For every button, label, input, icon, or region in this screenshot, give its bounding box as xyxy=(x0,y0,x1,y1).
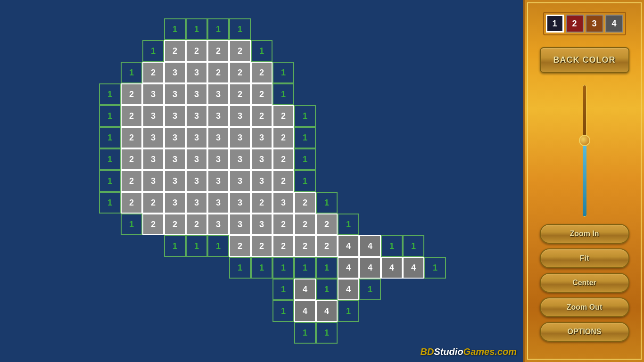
color-button-1[interactable]: 1 xyxy=(546,15,564,33)
cell[interactable]: 1 xyxy=(338,214,359,235)
cell[interactable]: 1 xyxy=(121,214,142,235)
zoom-slider[interactable] xyxy=(578,85,592,217)
cell[interactable]: 2 xyxy=(164,214,186,235)
cell[interactable]: 3 xyxy=(164,170,186,192)
cell[interactable]: 3 xyxy=(186,62,207,83)
color-button-2[interactable]: 2 xyxy=(566,15,584,33)
color-selector[interactable]: 1 2 3 4 xyxy=(543,12,626,35)
cell[interactable]: 4 xyxy=(338,235,359,257)
cell[interactable]: 3 xyxy=(251,170,272,192)
cell[interactable]: 3 xyxy=(142,83,164,105)
color-button-4[interactable]: 4 xyxy=(605,15,623,33)
cell[interactable]: 2 xyxy=(207,62,229,83)
cell[interactable]: 2 xyxy=(121,170,142,192)
cell[interactable]: 1 xyxy=(251,257,272,279)
cell[interactable]: 4 xyxy=(294,279,316,300)
cell[interactable]: 1 xyxy=(316,279,338,300)
cell[interactable]: 3 xyxy=(164,192,186,214)
cell[interactable]: 1 xyxy=(316,322,338,344)
cell[interactable]: 4 xyxy=(338,279,359,300)
cell[interactable]: 2 xyxy=(121,148,142,170)
cell[interactable]: 2 xyxy=(316,214,338,235)
cell[interactable]: 1 xyxy=(294,127,316,148)
cell[interactable]: 3 xyxy=(229,148,251,170)
cell[interactable]: 3 xyxy=(207,83,229,105)
cell[interactable]: 3 xyxy=(272,192,294,214)
cell[interactable]: 3 xyxy=(164,62,186,83)
cell[interactable]: 2 xyxy=(316,235,338,257)
cell[interactable]: 3 xyxy=(251,127,272,148)
cell[interactable]: 1 xyxy=(99,105,121,127)
cell[interactable]: 2 xyxy=(251,62,272,83)
cell[interactable]: 1 xyxy=(294,148,316,170)
cell[interactable]: 2 xyxy=(272,105,294,127)
cell[interactable]: 3 xyxy=(207,170,229,192)
cell[interactable]: 2 xyxy=(272,235,294,257)
cell[interactable]: 1 xyxy=(316,192,338,214)
cell[interactable]: 2 xyxy=(272,127,294,148)
cell[interactable]: 3 xyxy=(186,105,207,127)
cell[interactable]: 1 xyxy=(294,322,316,344)
cell[interactable]: 2 xyxy=(272,214,294,235)
zoom-in-button[interactable]: Zoom In xyxy=(540,224,629,244)
cell[interactable]: 3 xyxy=(186,170,207,192)
cell[interactable]: 2 xyxy=(294,214,316,235)
center-button[interactable]: Center xyxy=(540,273,629,293)
cell[interactable]: 3 xyxy=(207,127,229,148)
cell[interactable]: 4 xyxy=(359,235,381,257)
cell[interactable]: 1 xyxy=(381,235,403,257)
cell[interactable]: 3 xyxy=(186,127,207,148)
cell[interactable]: 1 xyxy=(229,18,251,40)
cell[interactable]: 3 xyxy=(229,192,251,214)
cell[interactable]: 3 xyxy=(186,148,207,170)
cell[interactable]: 1 xyxy=(99,83,121,105)
cell[interactable]: 1 xyxy=(164,18,186,40)
cell[interactable]: 2 xyxy=(121,127,142,148)
cell[interactable]: 3 xyxy=(186,83,207,105)
cell[interactable]: 4 xyxy=(316,300,338,322)
cell[interactable]: 4 xyxy=(381,257,403,279)
cell[interactable]: 3 xyxy=(142,127,164,148)
cell[interactable]: 1 xyxy=(99,148,121,170)
cell[interactable]: 3 xyxy=(207,105,229,127)
cell[interactable]: 1 xyxy=(359,279,381,300)
cell[interactable]: 2 xyxy=(121,83,142,105)
cell[interactable]: 2 xyxy=(272,170,294,192)
cell[interactable]: 2 xyxy=(142,62,164,83)
puzzle-grid[interactable]: 1 1 1 1 1 2 2 2 2 1 1 2 3 3 2 2 2 1 1 xyxy=(77,18,446,344)
cell[interactable]: 1 xyxy=(294,105,316,127)
cell[interactable]: 3 xyxy=(229,105,251,127)
cell[interactable]: 1 xyxy=(272,83,294,105)
cell[interactable]: 1 xyxy=(99,192,121,214)
cell[interactable]: 2 xyxy=(272,148,294,170)
cell[interactable]: 3 xyxy=(164,148,186,170)
cell[interactable]: 1 xyxy=(164,235,186,257)
cell[interactable]: 2 xyxy=(251,105,272,127)
cell[interactable]: 1 xyxy=(229,257,251,279)
cell[interactable]: 1 xyxy=(207,235,229,257)
cell[interactable]: 3 xyxy=(251,214,272,235)
cell[interactable]: 1 xyxy=(186,18,207,40)
cell[interactable]: 2 xyxy=(229,83,251,105)
cell[interactable]: 1 xyxy=(403,235,424,257)
cell[interactable]: 1 xyxy=(99,127,121,148)
cell[interactable]: 3 xyxy=(207,192,229,214)
cell[interactable]: 2 xyxy=(229,235,251,257)
cell[interactable]: 3 xyxy=(142,170,164,192)
cell[interactable]: 1 xyxy=(316,257,338,279)
cell[interactable]: 1 xyxy=(272,257,294,279)
cell[interactable]: 3 xyxy=(186,192,207,214)
cell[interactable]: 4 xyxy=(359,257,381,279)
cell[interactable]: 1 xyxy=(338,300,359,322)
cell[interactable]: 2 xyxy=(251,192,272,214)
cell[interactable]: 3 xyxy=(207,214,229,235)
cell[interactable]: 1 xyxy=(272,62,294,83)
slider-thumb[interactable] xyxy=(579,135,590,146)
cell[interactable]: 3 xyxy=(251,148,272,170)
cell[interactable]: 2 xyxy=(251,83,272,105)
cell[interactable]: 3 xyxy=(229,127,251,148)
cell[interactable]: 3 xyxy=(164,127,186,148)
cell[interactable]: 1 xyxy=(251,40,272,62)
cell[interactable]: 1 xyxy=(294,170,316,192)
back-color-button[interactable]: BACK COLOR xyxy=(540,47,629,73)
